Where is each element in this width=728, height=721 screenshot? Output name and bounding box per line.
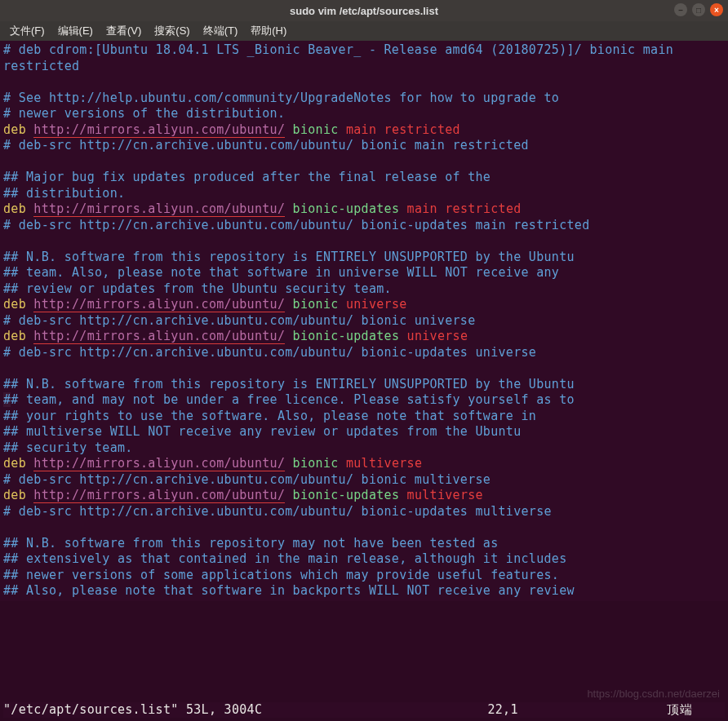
editor-line[interactable]: # deb-src http://cn.archive.ubuntu.com/u… <box>3 313 725 330</box>
status-file-info: "/etc/apt/sources.list" 53L, 3004C <box>3 702 487 718</box>
editor-line[interactable]: ## team. Also, please note that software… <box>3 265 725 281</box>
editor-line[interactable]: # deb cdrom:[Ubuntu 18.04.1 LTS _Bionic … <box>3 42 725 74</box>
editor-line[interactable] <box>3 360 725 377</box>
menubar: 文件(F) 编辑(E) 查看(V) 搜索(S) 终端(T) 帮助(H) <box>0 21 728 41</box>
editor-line[interactable]: ## N.B. software from this repository ma… <box>3 536 725 552</box>
editor-line[interactable]: deb http://mirrors.aliyun.com/ubuntu/ bi… <box>3 297 725 313</box>
menu-search[interactable]: 搜索(S) <box>149 22 194 40</box>
editor-line[interactable]: # newer versions of the distribution. <box>3 106 725 122</box>
editor-line[interactable]: ## distribution. <box>3 186 725 202</box>
terminal-editor[interactable]: # deb cdrom:[Ubuntu 18.04.1 LTS _Bionic … <box>0 41 728 601</box>
window-controls: – □ × <box>674 3 723 16</box>
editor-line[interactable]: # deb-src http://cn.archive.ubuntu.com/u… <box>3 472 725 489</box>
status-cursor-pos: 22,1 <box>487 702 667 718</box>
editor-line[interactable]: deb http://mirrors.aliyun.com/ubuntu/ bi… <box>3 488 725 504</box>
menu-help[interactable]: 帮助(H) <box>246 22 291 40</box>
editor-line[interactable]: deb http://mirrors.aliyun.com/ubuntu/ bi… <box>3 329 725 345</box>
editor-line[interactable] <box>3 154 725 170</box>
editor-line[interactable]: deb http://mirrors.aliyun.com/ubuntu/ bi… <box>3 456 725 472</box>
editor-line[interactable]: ## N.B. software from this repository is… <box>3 250 725 266</box>
editor-line[interactable]: ## newer versions of some applications w… <box>3 568 725 584</box>
editor-line[interactable]: ## team, and may not be under a free lic… <box>3 392 725 409</box>
editor-line[interactable] <box>3 74 725 91</box>
menu-view[interactable]: 查看(V) <box>101 22 146 40</box>
editor-line[interactable]: ## Also, please note that software in ba… <box>3 583 725 599</box>
editor-line[interactable]: deb http://mirrors.aliyun.com/ubuntu/ bi… <box>3 122 725 139</box>
editor-line[interactable]: ## multiverse WILL NOT receive any revie… <box>3 424 725 440</box>
minimize-button[interactable]: – <box>674 3 687 16</box>
editor-line[interactable]: ## your rights to use the software. Also… <box>3 409 725 425</box>
menu-edit[interactable]: 编辑(E) <box>53 22 98 40</box>
editor-line[interactable]: deb http://mirrors.aliyun.com/ubuntu/ bi… <box>3 201 725 218</box>
editor-line[interactable]: ## security team. <box>3 440 725 457</box>
editor-line[interactable]: # See http://help.ubuntu.com/community/U… <box>3 91 725 107</box>
editor-line[interactable]: ## Major bug fix updates produced after … <box>3 170 725 186</box>
menu-terminal[interactable]: 终端(T) <box>198 22 243 40</box>
editor-line[interactable]: # deb-src http://cn.archive.ubuntu.com/u… <box>3 218 725 234</box>
vim-statusbar: "/etc/apt/sources.list" 53L, 3004C 22,1 … <box>3 702 725 718</box>
editor-line[interactable] <box>3 233 725 250</box>
editor-line[interactable]: # deb-src http://cn.archive.ubuntu.com/u… <box>3 504 725 520</box>
editor-line[interactable] <box>3 520 725 536</box>
menu-file[interactable]: 文件(F) <box>5 22 50 40</box>
editor-line[interactable]: # deb-src http://cn.archive.ubuntu.com/u… <box>3 138 725 154</box>
editor-line[interactable]: ## N.B. software from this repository is… <box>3 377 725 393</box>
maximize-button[interactable]: □ <box>692 3 705 16</box>
editor-line[interactable]: # deb-src http://cn.archive.ubuntu.com/u… <box>3 345 725 361</box>
status-position: 顶端 <box>667 702 725 718</box>
watermark: https://blog.csdn.net/daerzei <box>587 688 720 700</box>
editor-line[interactable]: ## extensively as that contained in the … <box>3 551 725 568</box>
window-titlebar: sudo vim /etc/apt/sources.list – □ × <box>0 0 728 21</box>
window-title: sudo vim /etc/apt/sources.list <box>290 5 438 17</box>
editor-line[interactable]: ## review or updates from the Ubuntu sec… <box>3 281 725 298</box>
close-button[interactable]: × <box>710 3 723 16</box>
